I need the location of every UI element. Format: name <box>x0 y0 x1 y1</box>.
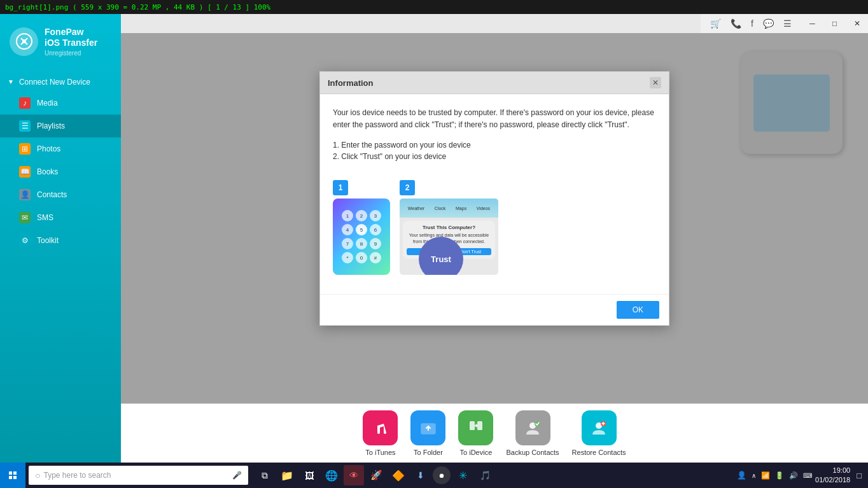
cart-icon[interactable]: 🛒 <box>710 18 721 29</box>
app-label-weather: Weather <box>408 206 424 211</box>
window-buttons: ─ □ ✕ <box>801 14 868 33</box>
start-sq-1 <box>9 471 12 475</box>
microphone-icon[interactable]: 🎤 <box>232 471 242 480</box>
sidebar-nav: ▼ Connect New Device ♪ Media ☰ Playlists… <box>0 69 121 463</box>
app-window: FonePaw iOS Transfer Unregistered ▼ Conn… <box>0 14 868 463</box>
step1-image-container: 1 1 2 3 4 5 6 7 <box>333 180 390 275</box>
media-icon: ♪ <box>19 97 31 109</box>
torrent-button[interactable]: ⬇ <box>410 465 431 485</box>
modal-close-button[interactable]: ✕ <box>650 77 661 88</box>
action-to-idevice[interactable]: To iDevice <box>458 410 493 456</box>
volume-icon[interactable]: 🔊 <box>789 471 798 480</box>
explorer-icon: 📁 <box>281 470 293 482</box>
modal-step-2: 2. Click "Trust" on your ios device <box>333 152 656 161</box>
notification-icon[interactable]: □ <box>857 471 862 480</box>
menu-icon[interactable]: ☰ <box>783 18 792 29</box>
close-button[interactable]: ✕ <box>846 14 868 33</box>
folder-label: To Folder <box>414 449 443 456</box>
sidebar-item-contacts[interactable]: 👤 Contacts <box>0 183 121 206</box>
modal-header: Information ✕ <box>320 72 669 94</box>
folder-icon <box>410 410 445 445</box>
key-4: 4 <box>342 224 353 235</box>
trust-screen-top: Weather Clock Maps Videos <box>400 199 498 218</box>
pictures-button[interactable]: 🖼 <box>299 465 319 485</box>
sidebar-item-books[interactable]: 📖 Books <box>0 160 121 183</box>
clock-time: 19:00 <box>815 466 850 475</box>
modal-body: Your ios device needs to be trusted by c… <box>320 94 669 294</box>
trust-circle[interactable]: Trust <box>419 237 463 275</box>
itunes-icon <box>363 410 398 445</box>
game-app-button[interactable]: 🚀 <box>366 465 386 485</box>
sidebar-item-toolkit[interactable]: ⚙ Toolkit <box>0 229 121 252</box>
sidebar-item-sms[interactable]: ✉ SMS <box>0 206 121 229</box>
start-button[interactable] <box>0 463 25 488</box>
action-restore-contacts[interactable]: Restore Contacts <box>572 410 626 456</box>
sidebar-item-photos[interactable]: ⊞ Photos <box>0 137 121 160</box>
system-tray: 👤 ∧ 📶 🔋 🔊 ⌨ 19:00 01/02/2018 □ <box>731 466 868 485</box>
start-sq-4 <box>13 476 17 479</box>
backup-contacts-icon <box>515 410 550 445</box>
game-icon: 🚀 <box>370 470 382 481</box>
torrent-icon: ⬇ <box>417 470 424 480</box>
file-explorer-button[interactable]: 📁 <box>277 465 297 485</box>
start-sq-3 <box>9 476 12 479</box>
step2-number: 2 <box>400 180 415 195</box>
contacts-icon: 👤 <box>19 189 31 200</box>
eye-app-button[interactable]: 👁 <box>344 465 364 485</box>
action-bar: To iTunes To Folder <box>121 403 868 463</box>
chrome-button[interactable]: 🌐 <box>321 465 342 485</box>
taskbar-search-bar[interactable]: ○ Type here to search 🎤 <box>29 466 248 485</box>
action-backup-contacts[interactable]: Backup Contacts <box>506 410 559 456</box>
nav-section-label: Connect New Device <box>19 78 90 87</box>
sms-icon: ✉ <box>19 212 31 223</box>
phone-icon[interactable]: 📞 <box>731 18 741 29</box>
window-controls: 🛒 📞 f 💬 ☰ ─ □ ✕ <box>701 14 868 33</box>
idevice-label: To iDevice <box>460 449 493 456</box>
itunes-label: To iTunes <box>365 449 395 456</box>
action-to-itunes[interactable]: To iTunes <box>363 410 398 456</box>
key-9: 9 <box>370 238 381 249</box>
modal-title: Information <box>328 78 374 88</box>
restore-contacts-label: Restore Contacts <box>572 449 626 456</box>
chat-icon[interactable]: 💬 <box>763 18 774 29</box>
itunes-taskbar-button[interactable]: 🎵 <box>475 465 495 485</box>
maximize-button[interactable]: □ <box>823 14 846 33</box>
taskview-button[interactable]: ⧉ <box>255 465 275 485</box>
sidebar-item-label: Contacts <box>37 190 67 199</box>
search-input[interactable]: Type here to search <box>43 471 229 480</box>
restore-contacts-icon <box>582 410 617 445</box>
nav-section-connect[interactable]: ▼ Connect New Device <box>0 73 121 92</box>
sidebar: FonePaw iOS Transfer Unregistered ▼ Conn… <box>0 14 121 463</box>
key-5: 5 <box>356 224 367 235</box>
vlc-button[interactable]: 🔶 <box>388 465 409 485</box>
people-icon[interactable]: 👤 <box>737 471 746 480</box>
sidebar-item-media[interactable]: ♪ Media <box>0 92 121 115</box>
obs-button[interactable]: ⏺ <box>433 466 451 484</box>
modal-images: 1 1 2 3 4 5 6 7 <box>333 174 656 281</box>
network-icon[interactable]: 📶 <box>761 471 770 480</box>
sidebar-item-label: Media <box>37 99 58 108</box>
sidebar-header: FonePaw iOS Transfer Unregistered <box>0 14 121 69</box>
fonepaw-taskbar-button[interactable]: ✳ <box>452 465 473 485</box>
key-6: 6 <box>370 224 381 235</box>
ok-button[interactable]: OK <box>617 301 659 319</box>
sidebar-item-playlists[interactable]: ☰ Playlists <box>0 115 121 137</box>
minimize-button[interactable]: ─ <box>801 14 823 33</box>
step2-image-container: 2 Weather Clock Maps Videos <box>400 180 498 275</box>
svg-point-3 <box>22 39 26 43</box>
modal-step-1: 1. Enter the password on your ios device <box>333 141 656 150</box>
keyboard-icon[interactable]: ⌨ <box>803 472 812 479</box>
taskbar-clock: 19:00 01/02/2018 <box>815 466 850 485</box>
chrome-icon: 🌐 <box>325 470 338 482</box>
facebook-icon[interactable]: f <box>751 18 753 29</box>
battery-icon[interactable]: 🔋 <box>775 471 784 480</box>
svg-rect-5 <box>470 421 475 430</box>
clock-date: 01/02/2018 <box>815 475 850 485</box>
chevron-up-icon[interactable]: ∧ <box>752 472 756 479</box>
action-to-folder[interactable]: To Folder <box>410 410 445 456</box>
sidebar-item-label: SMS <box>37 213 53 222</box>
itunes-taskbar-icon: 🎵 <box>480 470 491 480</box>
main-content: 🛒 📞 f 💬 ☰ ─ □ ✕ ment... <box>121 14 868 463</box>
playlists-icon: ☰ <box>19 120 31 132</box>
sidebar-item-label: Books <box>37 167 58 176</box>
